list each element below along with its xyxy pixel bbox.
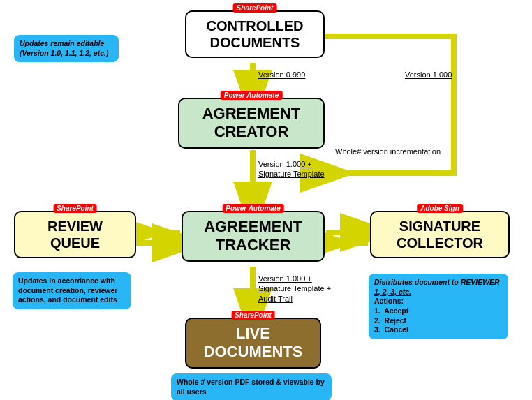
controlled-docs-title1: CONTROLLED: [195, 17, 315, 34]
live-documents-label: SharePoint: [231, 311, 275, 320]
live-docs-tooltip: Whole # version PDF stored & viewable by…: [171, 373, 332, 400]
version-1000-audit-label: Version 1.000 + Signature Template + Aud…: [258, 274, 331, 304]
signature-collector-label: Adobe Sign: [417, 204, 463, 213]
signature-collector-node: Adobe Sign SIGNATURE COLLECTOR: [370, 211, 510, 258]
agreement-tracker-title2: TRACKER: [191, 236, 315, 254]
agreement-tracker-box: AGREEMENT TRACKER: [182, 211, 325, 262]
signature-collector-title2: COLLECTOR: [380, 235, 500, 251]
live-documents-title1: LIVE: [195, 325, 311, 343]
diagram-container: SharePoint CONTROLLED DOCUMENTS Updates …: [0, 0, 532, 400]
agreement-tracker-title1: AGREEMENT: [191, 218, 315, 236]
controlled-docs-tooltip-text: Updates remain editable (Version 1.0, 1.…: [20, 39, 108, 57]
sig-collector-tooltip-text: Distributes document to REVIEWER 1, 2, 3…: [374, 278, 500, 296]
review-queue-title2: QUEUE: [24, 235, 126, 251]
version-1000-sig-label: Version 1.000 + Signature Template: [258, 159, 325, 179]
controlled-docs-tooltip: Updates remain editable (Version 1.0, 1.…: [14, 35, 119, 62]
controlled-docs-node: SharePoint CONTROLLED DOCUMENTS: [185, 10, 325, 58]
version-0999-label: Version 0.999: [258, 70, 305, 80]
live-documents-node: SharePoint LIVE DOCUMENTS: [185, 318, 321, 369]
review-queue-tooltip-text: Updates in accordance with document crea…: [18, 276, 117, 304]
controlled-docs-label: SharePoint: [233, 3, 277, 13]
signature-collector-title1: SIGNATURE: [380, 218, 500, 235]
agreement-creator-box: AGREEMENT CREATOR: [178, 98, 325, 149]
signature-collector-box: SIGNATURE COLLECTOR: [370, 211, 510, 258]
review-queue-box: REVIEW QUEUE: [14, 211, 136, 258]
review-queue-title1: REVIEW: [24, 218, 126, 235]
signature-collector-tooltip: Distributes document to REVIEWER 1, 2, 3…: [369, 274, 508, 339]
live-documents-title2: DOCUMENTS: [195, 343, 311, 361]
agreement-creator-title2: CREATOR: [188, 123, 315, 141]
review-queue-node: SharePoint REVIEW QUEUE: [14, 211, 136, 258]
agreement-creator-title1: AGREEMENT: [188, 105, 315, 123]
agreement-tracker-label: Power Automate: [222, 204, 284, 213]
review-queue-label: SharePoint: [53, 204, 97, 213]
agreement-creator-node: Power Automate AGREEMENT CREATOR: [178, 98, 325, 149]
review-queue-tooltip: Updates in accordance with document crea…: [13, 272, 131, 309]
agreement-creator-label: Power Automate: [221, 91, 283, 100]
controlled-docs-title2: DOCUMENTS: [195, 34, 315, 51]
version-1000-label: Version 1.000: [405, 70, 452, 80]
controlled-docs-box: CONTROLLED DOCUMENTS: [185, 10, 325, 58]
live-documents-box: LIVE DOCUMENTS: [185, 318, 321, 369]
agreement-tracker-node: Power Automate AGREEMENT TRACKER: [182, 211, 325, 262]
live-docs-tooltip-text: Whole # version PDF stored & viewable by…: [177, 378, 325, 396]
whole-increment-label: Whole# version incrementation: [335, 147, 441, 156]
